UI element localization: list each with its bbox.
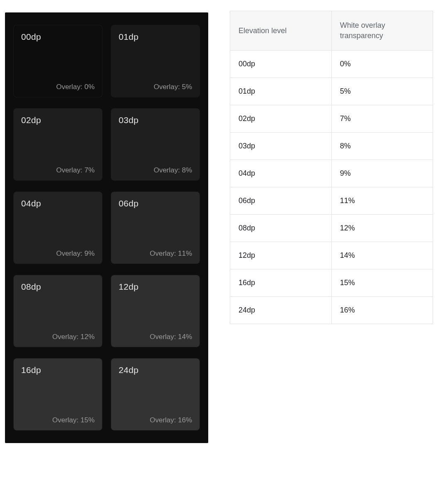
elevation-card-overlay-label: Overlay: 11% — [150, 250, 192, 258]
table-cell-transparency: 14% — [331, 242, 433, 269]
table-cell-elevation: 24dp — [230, 297, 332, 324]
table-cell-transparency: 12% — [331, 215, 433, 242]
elevation-card-overlay-label: Overlay: 5% — [153, 83, 192, 91]
elevation-card-grid: 00dpOverlay: 0%01dpOverlay: 5%02dpOverla… — [13, 25, 200, 431]
elevation-card-title: 06dp — [119, 199, 139, 208]
table-cell-elevation: 16dp — [230, 269, 332, 297]
table-cell-elevation: 08dp — [230, 215, 332, 242]
elevation-card-title: 24dp — [119, 365, 139, 375]
elevation-card-overlay-label: Overlay: 0% — [56, 83, 95, 91]
elevation-card: 16dpOverlay: 15% — [13, 358, 102, 431]
elevation-card: 08dpOverlay: 12% — [13, 275, 102, 347]
elevation-card-title: 08dp — [21, 282, 41, 292]
elevation-card: 00dpOverlay: 0% — [13, 25, 102, 97]
elevation-card-title: 12dp — [119, 282, 139, 292]
elevation-card: 01dpOverlay: 5% — [111, 25, 200, 97]
elevation-table-body: 00dp0%01dp5%02dp7%03dp8%04dp9%06dp11%08d… — [230, 51, 433, 324]
table-cell-elevation: 01dp — [230, 78, 332, 105]
elevation-card-overlay-label: Overlay: 9% — [56, 250, 95, 258]
table-cell-elevation: 12dp — [230, 242, 332, 269]
table-cell-elevation: 03dp — [230, 133, 332, 160]
elevation-table: Elevation level White overlay transparen… — [230, 11, 433, 324]
page-root: 00dpOverlay: 0%01dpOverlay: 5%02dpOverla… — [0, 0, 448, 487]
table-cell-elevation: 02dp — [230, 105, 332, 133]
table-row: 24dp16% — [230, 297, 433, 324]
elevation-table-container: Elevation level White overlay transparen… — [230, 11, 433, 324]
elevation-card-title: 01dp — [119, 32, 139, 42]
elevation-card: 24dpOverlay: 16% — [111, 358, 200, 431]
table-header-transparency: White overlay transparency — [331, 11, 433, 51]
table-cell-transparency: 15% — [331, 269, 433, 297]
table-row: 16dp15% — [230, 269, 433, 297]
table-cell-elevation: 06dp — [230, 187, 332, 215]
elevation-dark-panel: 00dpOverlay: 0%01dpOverlay: 5%02dpOverla… — [5, 12, 208, 443]
table-row: 02dp7% — [230, 105, 433, 133]
elevation-card: 03dpOverlay: 8% — [111, 108, 200, 181]
table-row: 03dp8% — [230, 133, 433, 160]
elevation-card-overlay-label: Overlay: 12% — [52, 333, 95, 341]
table-cell-transparency: 8% — [331, 133, 433, 160]
table-cell-elevation: 04dp — [230, 160, 332, 187]
table-cell-transparency: 7% — [331, 105, 433, 133]
elevation-card-title: 04dp — [21, 199, 41, 208]
elevation-table-head: Elevation level White overlay transparen… — [230, 11, 433, 51]
table-cell-elevation: 00dp — [230, 51, 332, 78]
elevation-card-overlay-label: Overlay: 7% — [56, 166, 95, 174]
elevation-card: 04dpOverlay: 9% — [13, 191, 102, 264]
table-cell-transparency: 16% — [331, 297, 433, 324]
table-cell-transparency: 5% — [331, 78, 433, 105]
elevation-card-overlay-label: Overlay: 14% — [150, 333, 192, 341]
table-cell-transparency: 0% — [331, 51, 433, 78]
elevation-table-header-row: Elevation level White overlay transparen… — [230, 11, 433, 51]
table-row: 06dp11% — [230, 187, 433, 215]
elevation-card-overlay-label: Overlay: 8% — [153, 166, 192, 174]
table-row: 12dp14% — [230, 242, 433, 269]
elevation-card-title: 02dp — [21, 115, 41, 125]
elevation-card-title: 03dp — [119, 115, 139, 125]
elevation-card: 02dpOverlay: 7% — [13, 108, 102, 181]
table-header-elevation: Elevation level — [230, 11, 332, 51]
table-cell-transparency: 9% — [331, 160, 433, 187]
table-row: 00dp0% — [230, 51, 433, 78]
elevation-card: 06dpOverlay: 11% — [111, 191, 200, 264]
table-row: 01dp5% — [230, 78, 433, 105]
elevation-card-overlay-label: Overlay: 16% — [150, 416, 192, 424]
elevation-card: 12dpOverlay: 14% — [111, 275, 200, 347]
table-row: 08dp12% — [230, 215, 433, 242]
elevation-card-overlay-label: Overlay: 15% — [52, 416, 95, 424]
elevation-card-title: 00dp — [21, 32, 41, 42]
table-cell-transparency: 11% — [331, 187, 433, 215]
table-row: 04dp9% — [230, 160, 433, 187]
elevation-card-title: 16dp — [21, 365, 41, 375]
